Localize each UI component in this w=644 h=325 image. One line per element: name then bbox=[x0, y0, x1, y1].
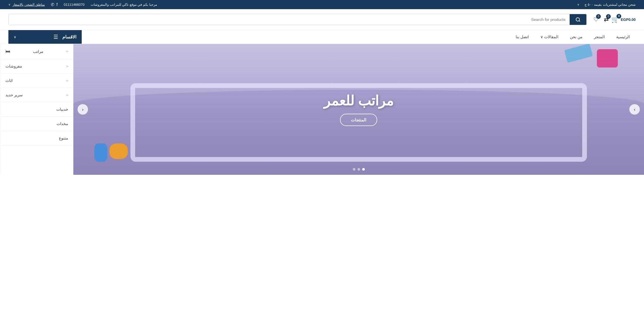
articles-dropdown-icon: ∨ bbox=[540, 35, 543, 39]
slider-dot-1[interactable] bbox=[362, 168, 365, 171]
slider-next-button[interactable]: ‹ bbox=[78, 104, 88, 115]
top-bar-right: مرحبا بكم في موقع تاكي للمراتب والمفروشا… bbox=[8, 2, 157, 7]
nav-link-about[interactable]: من نحن bbox=[564, 30, 588, 43]
hero-slider: مراتب للعمر المنتجات › ‹ bbox=[73, 44, 644, 175]
pillows-label: مخدات bbox=[57, 121, 68, 126]
wardrobes-label: خدبيات bbox=[56, 107, 68, 112]
bedding-chevron-icon: < bbox=[66, 64, 68, 68]
top-bar: شحن مجاني لمشتريات بقيمه ٥٠٠ ج ∨ مرحبا ب… bbox=[0, 0, 644, 9]
phone-number[interactable]: 01111466070 bbox=[64, 3, 85, 7]
sections-panel[interactable]: الاقسام ☰ ∨ bbox=[8, 30, 82, 44]
search-input[interactable] bbox=[9, 14, 570, 25]
sidebar-label-mattresses: مراتب bbox=[33, 49, 43, 54]
wishlist-badge: 0 bbox=[596, 14, 601, 19]
cart-price: EGP0.00 bbox=[621, 18, 636, 22]
sidebar-label-iron-bed: سرير حديد bbox=[5, 93, 23, 97]
hero-title: مراتب للعمر bbox=[324, 93, 394, 109]
whatsapp-icon[interactable]: ✆ bbox=[51, 2, 54, 7]
misc-label: متنوع bbox=[59, 136, 68, 141]
hero-image: مراتب للعمر المنتجات › ‹ bbox=[73, 44, 644, 175]
sidebar-label-bedding: مفروشات bbox=[5, 64, 22, 69]
nav-link-home[interactable]: الرئيسية bbox=[610, 30, 636, 43]
mattresses-icon: 🛏 bbox=[5, 49, 10, 54]
welcome-text: مرحبا بكم في موقع تاكي للمراتب والمفروشا… bbox=[91, 3, 157, 7]
sidebar-item-wardrobes[interactable]: خدبيات bbox=[0, 102, 73, 117]
shipping-regions-link[interactable]: مناطق الشحن بالاسعار bbox=[13, 3, 45, 7]
nav-item-home[interactable]: الرئيسية bbox=[610, 30, 636, 43]
sidebar-item-bedding[interactable]: < مفروشات bbox=[0, 59, 73, 74]
sidebar-item-misc[interactable]: متنوع bbox=[0, 131, 73, 145]
header: EGP0.00 🛒 0 ⇄ 0 ♡ 0 bbox=[0, 9, 644, 30]
hero-text-area: مراتب للعمر المنتجات bbox=[324, 93, 394, 126]
search-icon bbox=[575, 17, 581, 22]
nav-item-about[interactable]: من نحن bbox=[564, 30, 588, 43]
sections-chevron-icon: ∨ bbox=[14, 35, 16, 39]
cart-area: EGP0.00 🛒 0 bbox=[611, 16, 636, 23]
furniture-chevron-icon: < bbox=[66, 79, 68, 83]
compare-badge: 0 bbox=[606, 14, 611, 19]
nav-item-articles[interactable]: المقالات ∨ bbox=[535, 30, 564, 43]
hero-products-button[interactable]: المنتجات bbox=[340, 114, 377, 126]
sections-label: الاقسام bbox=[62, 34, 76, 40]
iron-bed-chevron-icon: < bbox=[66, 93, 68, 97]
search-button[interactable] bbox=[570, 14, 586, 25]
nav-bar: الرئيسية المتجر من نحن المقالات ∨ اتصل ب… bbox=[0, 30, 644, 44]
cart-badge: 0 bbox=[617, 14, 621, 19]
toy-decoration bbox=[94, 143, 128, 162]
nav-link-contact[interactable]: اتصل بنا bbox=[510, 30, 535, 43]
nav-item-store[interactable]: المتجر bbox=[588, 30, 610, 43]
sidebar-label-furniture: اثاث bbox=[5, 78, 13, 83]
sidebar-item-furniture[interactable]: < اثاث bbox=[0, 74, 73, 88]
wishlist-icon-btn[interactable]: ♡ 0 bbox=[593, 16, 599, 23]
shipping-dropdown-icon[interactable]: ∨ bbox=[8, 3, 10, 6]
search-bar bbox=[8, 14, 587, 25]
nav-link-articles[interactable]: المقالات ∨ bbox=[535, 30, 564, 43]
slider-dot-2[interactable] bbox=[357, 168, 360, 171]
sidebar: < مراتب 🛏 < مفروشات < اثاث < سرير حديد خ… bbox=[0, 44, 73, 175]
sidebar-item-pillows[interactable]: مخدات bbox=[0, 117, 73, 131]
svg-point-0 bbox=[576, 18, 580, 21]
facebook-icon[interactable]: f bbox=[56, 2, 57, 7]
basket-decoration bbox=[597, 49, 618, 68]
sidebar-item-mattresses[interactable]: < مراتب 🛏 bbox=[0, 44, 73, 59]
sidebar-item-iron-bed[interactable]: < سرير حديد bbox=[0, 88, 73, 102]
slider-prev-button[interactable]: › bbox=[629, 104, 640, 115]
cart-icon-btn[interactable]: 🛒 0 bbox=[611, 16, 619, 23]
free-shipping-text: شحن مجاني لمشتريات بقيمه ٥٠٠ ج bbox=[585, 3, 636, 7]
hamburger-icon: ☰ bbox=[53, 34, 58, 40]
top-bar-left: شحن مجاني لمشتريات بقيمه ٥٠٠ ج ∨ bbox=[577, 3, 636, 7]
svg-line-1 bbox=[579, 20, 580, 21]
slider-dots bbox=[353, 168, 365, 171]
mattresses-chevron-icon: < bbox=[66, 49, 68, 53]
header-left-icons: EGP0.00 🛒 0 ⇄ 0 ♡ 0 bbox=[591, 16, 636, 23]
slider-dot-3[interactable] bbox=[353, 168, 355, 171]
nav-link-store[interactable]: المتجر bbox=[588, 30, 610, 43]
nav-item-contact[interactable]: اتصل بنا bbox=[510, 30, 535, 43]
compare-icon-btn[interactable]: ⇄ 0 bbox=[604, 16, 609, 23]
main-content: مراتب للعمر المنتجات › ‹ < مراتب 🛏 < مفر… bbox=[0, 44, 644, 175]
nav-links: الرئيسية المتجر من نحن المقالات ∨ اتصل ب… bbox=[82, 30, 636, 43]
free-shipping-dropdown-icon[interactable]: ∨ bbox=[577, 3, 579, 6]
